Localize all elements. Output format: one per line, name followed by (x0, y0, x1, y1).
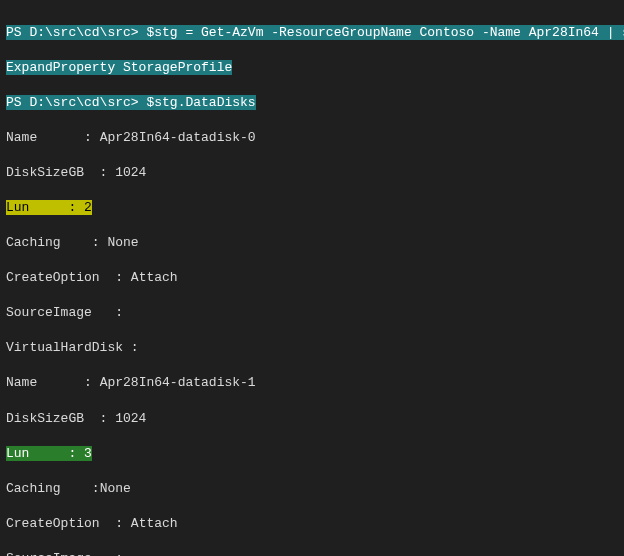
disk1-size: DiskSizeGB : 1024 (6, 410, 620, 428)
disk1-lun: Lun : 3 (6, 445, 620, 463)
lun-highlight: Lun : (6, 200, 84, 215)
disk1-createoption: CreateOption : Attach (6, 515, 620, 533)
cmd-line-1: PS D:\src\cd\src> $stg = Get-AzVm -Resou… (6, 24, 620, 42)
cmd-text: ExpandProperty StorageProfile (6, 60, 232, 75)
cmd-line-1b: ExpandProperty StorageProfile (6, 59, 620, 77)
lun-highlight: Lun : (6, 446, 84, 461)
disk0-sourceimage: SourceImage : (6, 304, 620, 322)
cmd-text: $stg.DataDisks (146, 95, 255, 110)
disk0-caching: Caching : None (6, 234, 620, 252)
terminal-output: PS D:\src\cd\src> $stg = Get-AzVm -Resou… (0, 0, 624, 556)
disk1-sourceimage: SourceImage : (6, 550, 620, 556)
disk0-createoption: CreateOption : Attach (6, 269, 620, 287)
disk0-lun: Lun : 2 (6, 199, 620, 217)
disk0-size: DiskSizeGB : 1024 (6, 164, 620, 182)
disk0-vhd: VirtualHardDisk : (6, 339, 620, 357)
disk1-name: Name : Apr28In64-datadisk-1 (6, 374, 620, 392)
ps-prompt: PS D:\src\cd\src> (6, 25, 146, 40)
ps-prompt: PS D:\src\cd\src> (6, 95, 146, 110)
cmd-text: $stg = Get-AzVm -ResourceGroupName Conto… (146, 25, 624, 40)
cmd-line-2: PS D:\src\cd\src> $stg.DataDisks (6, 94, 620, 112)
disk0-name: Name : Apr28In64-datadisk-0 (6, 129, 620, 147)
disk1-caching: Caching :None (6, 480, 620, 498)
